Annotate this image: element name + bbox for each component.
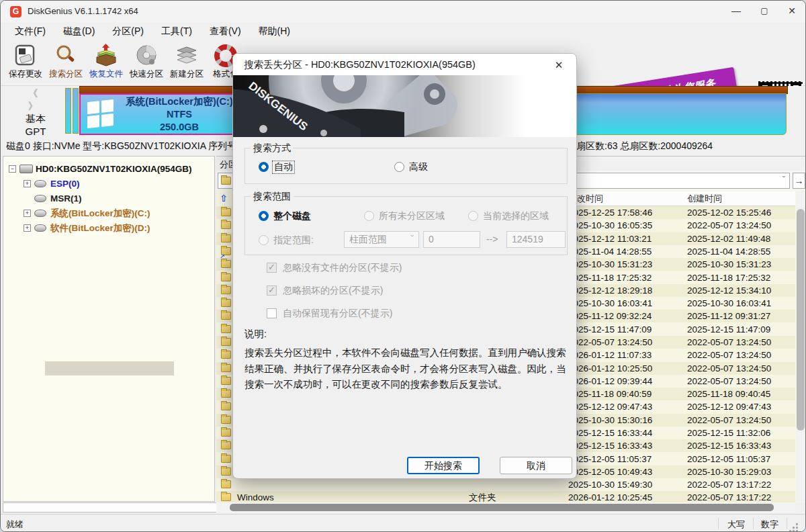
- checkbox-ignore-damaged: [267, 285, 277, 296]
- tree-item-disk-hd0[interactable]: − HD0:KBG50ZNV1T02KIOXIA(954GB): [3, 162, 216, 176]
- menu-file[interactable]: 文件(F): [6, 24, 54, 40]
- created-cell: 2025-12-15 16:33:43: [687, 439, 771, 452]
- folder-icon: [221, 177, 231, 185]
- checkbox-ignore-empty-label: 忽略没有文件的分区(不提示): [283, 262, 402, 274]
- radio-auto-label[interactable]: 自动: [273, 161, 294, 173]
- tree-item-label: ESP(0): [50, 177, 80, 191]
- menu-help[interactable]: 帮助(H): [250, 24, 299, 40]
- dialog-title-bar: 搜索丢失分区 - HD0:KBG50ZNV1T02KIOXIA(954GB) ✕: [233, 54, 576, 75]
- menu-partition[interactable]: 分区(P): [103, 24, 152, 40]
- created-cell: 2025-10-30 15:29:03: [687, 466, 771, 478]
- quick-partition-icon: [134, 44, 159, 68]
- partition-icon: [34, 224, 46, 232]
- status-separator: [718, 518, 719, 529]
- partition-block-c-selected[interactable]: 系统(BitLocker加密)(C:) NTFS 250.0GB: [79, 93, 244, 135]
- expand-icon[interactable]: +: [24, 224, 31, 232]
- minimize-button[interactable]: —: [722, 1, 750, 21]
- radio-whole-disk-label[interactable]: 整个磁盘: [273, 210, 311, 222]
- created-cell: 2022-05-07 13:24:50: [687, 375, 771, 388]
- tree-horizontal-scrollbar[interactable]: [3, 502, 226, 513]
- menu-tools[interactable]: 工具(T): [152, 24, 201, 40]
- search-partition-button[interactable]: 搜索分区: [46, 42, 85, 84]
- new-partition-button[interactable]: 新建分区: [167, 42, 206, 84]
- horizontal-scrollbar[interactable]: [216, 502, 795, 513]
- partition-icon: [34, 180, 46, 187]
- tree-item-d[interactable]: + 软件(BitLocker加密)(D:): [3, 221, 216, 235]
- folder-icon: [221, 364, 231, 372]
- start-search-button[interactable]: 开始搜索: [407, 457, 480, 474]
- go-button[interactable]: →: [793, 173, 805, 189]
- created-cell: 2025-11-12 09:31:27: [687, 310, 770, 322]
- expand-icon[interactable]: +: [24, 180, 31, 187]
- maximize-button[interactable]: ▢: [750, 1, 778, 21]
- created-cell: 2022-05-07 13:24:50: [687, 219, 771, 232]
- dialog-title: 搜索丢失分区 - HD0:KBG50ZNV1T02KIOXIA(954GB): [244, 58, 476, 71]
- folder-icon: [221, 260, 231, 268]
- partition-block-msr[interactable]: [73, 88, 79, 134]
- created-cell: 2025-10-30 15:31:23: [687, 258, 771, 271]
- radio-auto[interactable]: [259, 162, 269, 172]
- quick-partition-button[interactable]: 快速分区: [127, 42, 166, 84]
- dialog-close-button[interactable]: ✕: [551, 57, 567, 73]
- menu-view[interactable]: 查看(V): [201, 24, 250, 40]
- range-unit-value: 柱面范围: [349, 234, 387, 245]
- created-cell: 2025-12-15 11:32:06: [687, 427, 770, 439]
- created-cell: 2025-12-05 11:05:37: [687, 453, 770, 466]
- expand-icon[interactable]: +: [24, 210, 31, 217]
- app-logo-icon: G: [10, 6, 21, 17]
- menu-disk[interactable]: 磁盘(D): [54, 24, 103, 40]
- close-button[interactable]: ✕: [778, 1, 806, 21]
- collapse-icon[interactable]: −: [9, 165, 16, 173]
- disk-scheme: 基本: [17, 113, 54, 126]
- modified-cell: 2026-01-12 10:25:50: [568, 362, 652, 375]
- windows-logo-icon: [87, 99, 114, 129]
- modified-cell: 2025-10-30 15:31:23: [568, 258, 652, 271]
- tree-item-c-selected[interactable]: + 系统(BitLocker加密)(C:): [3, 206, 216, 220]
- file-row[interactable]: 2025-10-30 15:49:302022-05-07 13:17:22: [216, 478, 795, 491]
- modified-cell: 2025-10-30 16:03:41: [568, 297, 652, 310]
- save-changes-button[interactable]: 保存更改: [6, 42, 45, 84]
- folder-icon: [221, 390, 231, 398]
- created-cell: 2022-05-07 13:17:22: [687, 478, 771, 491]
- radio-whole-disk[interactable]: [259, 211, 269, 221]
- radio-current-area: [468, 211, 478, 221]
- disk-icon: [19, 165, 33, 173]
- folder-icon: [221, 416, 231, 424]
- range-unit-select: 柱面范围 ˇ: [344, 231, 419, 248]
- search-range-legend: 搜索范围: [251, 191, 294, 203]
- disk-nav-arrows[interactable]: 《 》: [17, 87, 54, 113]
- vertical-scrollbar[interactable]: [796, 191, 805, 502]
- modified-cell: 2025-12-15 16:33:44: [568, 427, 652, 439]
- new-partition-icon: [175, 44, 199, 68]
- scrollbar-thumb[interactable]: [797, 209, 805, 431]
- radio-advanced-label[interactable]: 高级: [409, 161, 428, 173]
- toolbar-label: 新建分区: [167, 69, 206, 80]
- partition-tree-panel: − HD0:KBG50ZNV1T02KIOXIA(954GB) + ESP(0)…: [3, 156, 215, 502]
- up-directory-icon[interactable]: ⇧: [220, 193, 228, 204]
- folder-icon: [221, 221, 231, 229]
- cancel-button[interactable]: 取消: [500, 457, 572, 474]
- scrollbar-thumb[interactable]: [230, 504, 774, 511]
- checkbox-ignore-damaged-label: 忽略损坏的分区(不提示): [283, 285, 383, 297]
- resize-grip[interactable]: [796, 523, 798, 525]
- folder-icon: [221, 455, 231, 463]
- folder-icon: [221, 325, 231, 333]
- tree-item-esp[interactable]: + ESP(0): [3, 177, 216, 191]
- partition-block-esp[interactable]: [65, 88, 71, 134]
- chevron-down-icon[interactable]: ˇ: [782, 175, 785, 185]
- created-cell: 2025-12-15 11:47:09: [687, 323, 770, 336]
- status-separator: [787, 518, 787, 529]
- modified-cell: 2022-05-07 13:24:50: [568, 336, 652, 349]
- modified-cell: 2025-12-12 18:29:18: [568, 284, 652, 297]
- checkbox-auto-keep[interactable]: [267, 308, 277, 318]
- tree-item-msr[interactable]: MSR(1): [3, 191, 216, 206]
- column-header-created[interactable]: 创建时间: [687, 193, 722, 205]
- partition-c-name: 系统(BitLocker加密)(C:): [118, 95, 240, 108]
- checkbox-ignore-empty: [267, 263, 277, 273]
- modified-cell: 2025-12-05 10:49:43: [568, 466, 652, 478]
- recover-files-button[interactable]: 恢复文件: [87, 42, 126, 84]
- modified-cell: 2026-01-12 09:39:44: [568, 375, 652, 388]
- radio-advanced[interactable]: [394, 162, 404, 172]
- search-partition-icon: [54, 44, 78, 68]
- created-cell: 2025-11-04 14:28:55: [687, 245, 770, 258]
